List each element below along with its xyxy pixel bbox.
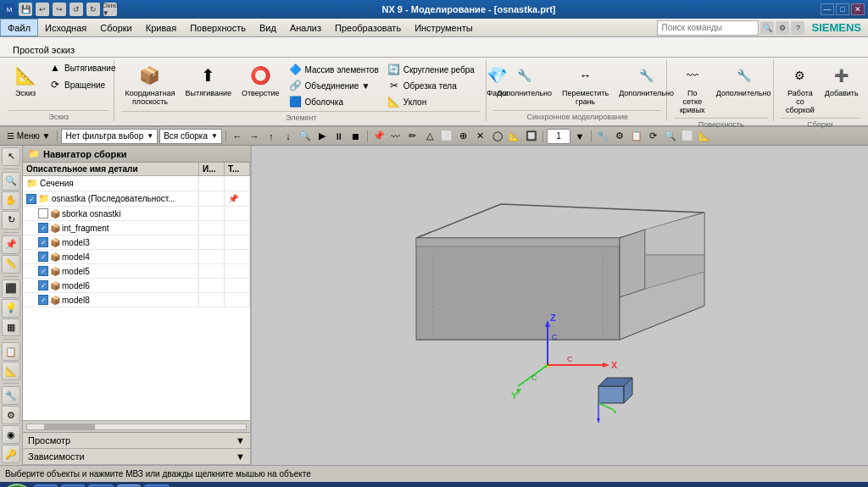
sidebar-section-preview[interactable]: Просмотр ▼ (23, 433, 250, 449)
qa-edit-btn[interactable]: ✏ (405, 129, 420, 144)
tree-item[interactable]: ✓ 📦 model5 (23, 264, 250, 279)
vt-orient-btn[interactable]: ⬛ (2, 279, 20, 298)
qa-stop-btn[interactable]: ⏹ (348, 129, 364, 144)
qa-zoom-btn[interactable]: 🔍 (663, 129, 678, 144)
btn-move-face[interactable]: ↔ Переместитьгрань (559, 60, 612, 108)
checkbox-checked[interactable]: ✓ (26, 194, 36, 204)
filter-dropdown-scope[interactable]: Вся сборка ▼ (159, 129, 222, 144)
checkbox-unchecked[interactable] (38, 208, 48, 219)
qa-pause-btn[interactable]: ⏸ (331, 129, 347, 144)
qa-rect-btn[interactable]: 🔲 (524, 129, 539, 144)
tree-item[interactable]: ✓ 📦 model3 (23, 235, 250, 250)
tree-item[interactable]: ✓ 📁 osnastka (Последовательност... 📌 (23, 191, 250, 207)
menu-tools[interactable]: Инструменты (408, 19, 480, 36)
qa-circle-btn[interactable]: ◯ (490, 129, 505, 144)
tab-sketch[interactable]: Простой эскиз (3, 42, 84, 57)
quick-undo-icon[interactable]: ↺ (70, 3, 83, 16)
btn-extrude[interactable]: ⬆ Вытягивание (182, 60, 235, 99)
qa-search-btn[interactable]: 🔍 (298, 129, 313, 144)
quick-back-icon[interactable]: ↩ (36, 3, 49, 16)
qa-num-input[interactable]: 1 (547, 129, 570, 144)
qa-wave-btn[interactable]: 〰 (388, 129, 403, 144)
qa-fwd-btn[interactable]: → (247, 129, 262, 144)
qa-pin-btn[interactable]: 📌 (371, 129, 387, 144)
tree-item[interactable]: 📦 sborka osnastki (23, 207, 250, 221)
quick-redo-icon[interactable]: ↻ (86, 3, 100, 16)
btn-shell[interactable]: 🟦 Оболочка (286, 94, 381, 109)
qa-x-btn[interactable]: ✕ (473, 129, 488, 144)
qa-dropdown-btn[interactable]: ▼ (572, 129, 587, 144)
btn-add-component[interactable]: ➕ Добавить (823, 60, 860, 99)
menu-assemblies[interactable]: Сборки (93, 19, 138, 36)
btn-extrude-sm[interactable]: ▲ Вытягивание (46, 60, 119, 75)
vt-extra3-btn[interactable]: ◉ (2, 425, 20, 444)
qa-angle-btn[interactable]: 📐 (507, 129, 522, 144)
vt-extra4-btn[interactable]: 🔑 (2, 445, 20, 463)
qa-tools-btn[interactable]: 🔧 (595, 129, 610, 144)
filter-dropdown-selection[interactable]: Нет фильтра выбор ▼ (61, 129, 158, 144)
qa-plus-btn[interactable]: ⊕ (456, 129, 471, 144)
btn-revolve-sm[interactable]: ⟳ Вращение (46, 77, 119, 92)
btn-sync-extra1[interactable]: 🔧 Дополнительно (493, 60, 555, 99)
checkbox-checked[interactable]: ✓ (38, 252, 48, 262)
menu-transform[interactable]: Преобразовать (328, 19, 408, 36)
qa-fit-btn[interactable]: ⬜ (680, 129, 695, 144)
qa-clipboard-btn[interactable]: 📋 (629, 129, 644, 144)
btn-through-curves[interactable]: 〰 По сеткекривых (674, 60, 710, 116)
menu-view[interactable]: Вид (253, 19, 283, 36)
btn-fillet[interactable]: 🔄 Скругление ребра (385, 62, 477, 77)
menu-analysis[interactable]: Анализ (283, 19, 328, 36)
btn-datum-plane[interactable]: 📦 Координатнаяплоскость (121, 60, 178, 108)
viewport[interactable]: X Y Z C C C (252, 146, 868, 465)
tree-item[interactable]: 📁 Сечения (23, 176, 250, 191)
qa-refresh-btn[interactable]: ⟳ (646, 129, 661, 144)
checkbox-checked[interactable]: ✓ (38, 237, 48, 247)
qa-tri-btn[interactable]: △ (422, 129, 437, 144)
minimize-button[interactable]: — (821, 3, 834, 15)
btn-hole[interactable]: ⭕ Отверстие (238, 60, 282, 99)
qa-play-btn[interactable]: ▶ (314, 129, 330, 144)
maximize-button[interactable]: □ (836, 3, 849, 15)
btn-sketch[interactable]: 📐 Эскиз (8, 60, 42, 99)
qa-menu-btn[interactable]: ☰ Меню ▼ (3, 129, 53, 144)
start-button[interactable]: ⊞ (3, 484, 31, 487)
vt-pan-btn[interactable]: ✋ (2, 191, 20, 210)
qa-gear-btn[interactable]: ⚙ (612, 129, 627, 144)
search-icon[interactable]: 🔍 (760, 21, 774, 35)
tree-item[interactable]: ✓ 📦 model6 (23, 279, 250, 293)
vt-extra2-btn[interactable]: ⚙ (2, 406, 20, 424)
vt-zoom-btn[interactable]: 🔍 (2, 172, 20, 191)
checkbox-checked[interactable]: ✓ (38, 266, 48, 276)
btn-work-assembly[interactable]: ⚙ Работа сосборкой (781, 60, 820, 116)
sidebar-section-dependencies[interactable]: Зависимости ▼ (23, 449, 250, 465)
btn-trim[interactable]: ✂ Обрезка тела (385, 78, 477, 93)
tree-item[interactable]: ✓ 📦 model8 (23, 293, 250, 307)
checkbox-checked[interactable]: ✓ (38, 223, 48, 233)
vt-rotate-btn[interactable]: ↻ (2, 211, 20, 230)
sidebar-scrollbar[interactable] (23, 420, 250, 432)
close-button[interactable]: ✕ (851, 3, 865, 15)
btn-array[interactable]: 🔷 Массив элементов (286, 62, 381, 77)
menu-file[interactable]: Файл (0, 19, 38, 36)
btn-draft[interactable]: 📐 Уклон (385, 94, 477, 109)
vt-wire-btn[interactable]: ▦ (2, 318, 20, 337)
vt-measure-btn[interactable]: 📏 (2, 255, 20, 274)
vt-extra-btn[interactable]: 🔧 (2, 386, 20, 405)
vt-snap-btn[interactable]: 📌 (2, 235, 20, 254)
btn-sync-extra2[interactable]: 🔧 Дополнительно (615, 60, 677, 99)
checkbox-checked[interactable]: ✓ (38, 280, 48, 291)
vt-layer-btn[interactable]: 📋 (2, 342, 20, 361)
vt-shade-btn[interactable]: 💡 (2, 299, 20, 318)
vt-select-btn[interactable]: ↖ (2, 147, 20, 166)
qa-back-btn[interactable]: ← (230, 129, 245, 144)
window-menu-icon[interactable]: Окно ▼ (103, 3, 117, 16)
menu-surface[interactable]: Поверхность (183, 19, 253, 36)
qa-up-btn[interactable]: ↑ (264, 129, 279, 144)
checkbox-checked[interactable]: ✓ (38, 295, 48, 305)
quick-fwd-icon[interactable]: ↪ (53, 3, 66, 16)
scroll-thumb[interactable] (44, 424, 95, 429)
settings-icon[interactable]: ⚙ (776, 21, 789, 35)
qa-down-btn[interactable]: ↓ (281, 129, 296, 144)
menu-curve[interactable]: Кривая (139, 19, 183, 36)
search-input[interactable] (657, 20, 759, 36)
